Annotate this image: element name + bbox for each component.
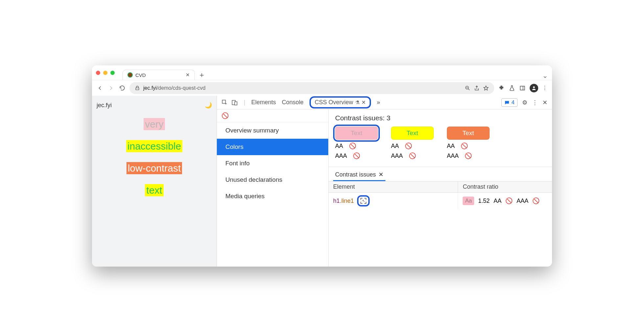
fail-icon: 🚫 [532, 197, 540, 204]
browser-window: CVD ✕ ＋ jec.fyi/demo/cds-quest-cvd [92, 65, 552, 267]
minimize-window-button[interactable] [103, 71, 107, 75]
contrast-swatch-3[interactable]: Text AA🚫 AAA🚫 [447, 127, 490, 159]
extensions-icon[interactable] [498, 85, 505, 91]
contrast-issues-heading: Contrast issues: 3 [335, 114, 545, 122]
demo-word-4: text [145, 184, 163, 196]
tab-title: CVD [135, 72, 146, 78]
back-button[interactable] [97, 85, 103, 91]
tab-strip: CVD ✕ ＋ [92, 65, 552, 80]
browser-menu-button[interactable]: ⋮ [542, 85, 547, 91]
swatch-text-3[interactable]: Text [447, 127, 490, 140]
profile-avatar[interactable] [530, 84, 538, 92]
demo-word-3: low-contrast [126, 162, 182, 174]
css-overview-content: Contrast issues: 3 Text AA🚫 AAA🚫 Text AA… [329, 109, 552, 267]
tab-console[interactable]: Console [282, 99, 304, 106]
lock-icon [135, 85, 140, 91]
address-bar[interactable]: jec.fyi/demo/cds-quest-cvd [129, 82, 494, 94]
sidebar-item-overview[interactable]: Overview summary [217, 122, 328, 139]
page-brand: jec.fyi [97, 102, 112, 109]
col-contrast-ratio: Contrast ratio [458, 181, 552, 192]
aa-label: AA [335, 143, 343, 150]
browser-tab-active[interactable]: CVD ✕ [123, 70, 195, 80]
zoom-icon[interactable] [465, 85, 471, 91]
dark-mode-toggle[interactable]: 🌙 [205, 102, 212, 109]
issues-table-header: Element Contrast ratio [329, 181, 552, 193]
share-icon[interactable] [474, 85, 480, 91]
close-tab-icon[interactable]: ✕ [361, 99, 366, 106]
scroll-into-view-button[interactable]: ↖ [357, 195, 370, 206]
new-tab-button[interactable]: ＋ [198, 70, 205, 80]
contrast-issues-tab[interactable]: Contrast issues ✕ [333, 170, 385, 181]
browser-toolbar: jec.fyi/demo/cds-quest-cvd ⋮ [92, 80, 552, 96]
more-tabs-button[interactable]: » [377, 99, 380, 106]
contrast-issues-panel: Contrast issues ✕ Element Contrast ratio… [329, 167, 552, 209]
tab-close-button[interactable]: ✕ [186, 72, 190, 78]
svg-rect-6 [235, 102, 237, 105]
forward-button[interactable] [108, 85, 114, 91]
tab-overflow-button[interactable] [542, 74, 548, 80]
inspect-element-icon[interactable] [221, 99, 228, 106]
sidebar-item-colors[interactable]: Colors [217, 139, 328, 155]
content-area: jec.fyi 🌙 very inaccessible low-contrast… [92, 96, 552, 267]
issues-badge[interactable]: 4 [501, 98, 518, 107]
sidebar-item-font[interactable]: Font info [217, 155, 328, 172]
swatch-text-2[interactable]: Text [391, 127, 434, 140]
svg-rect-1 [520, 86, 524, 90]
sidebar-item-unused[interactable]: Unused declarations [217, 172, 328, 188]
demo-words: very inaccessible low-contrast text [97, 118, 212, 196]
tab-favicon-icon [127, 72, 133, 78]
labs-icon[interactable] [509, 85, 515, 91]
swatch-text-1[interactable]: Text [335, 127, 378, 140]
url-display: jec.fyi/demo/cds-quest-cvd [143, 85, 205, 91]
device-toggle-icon[interactable] [231, 99, 238, 106]
devtools-tabbar: | Elements Console CSS Overview ⚗ ✕ » 4 … [217, 96, 552, 109]
reload-button[interactable] [119, 85, 126, 91]
nav-buttons [97, 85, 126, 91]
clear-overview-button[interactable]: 🚫 [217, 109, 328, 122]
fail-icon: 🚫 [505, 197, 513, 204]
close-panel-icon[interactable]: ✕ [379, 171, 383, 178]
window-controls [96, 71, 115, 75]
page-viewport: jec.fyi 🌙 very inaccessible low-contrast… [92, 96, 217, 267]
settings-gear-icon[interactable]: ⚙ [522, 99, 527, 106]
demo-word-1: very [144, 118, 165, 130]
fail-icon: 🚫 [353, 152, 360, 159]
experimental-icon: ⚗ [355, 100, 359, 106]
close-window-button[interactable] [96, 71, 100, 75]
aaa-label: AAA [335, 153, 347, 159]
browser-tabs: CVD ✕ ＋ [123, 65, 548, 80]
maximize-window-button[interactable] [110, 71, 115, 75]
contrast-swatches: Text AA🚫 AAA🚫 Text AA🚫 AAA🚫 Text [335, 127, 545, 159]
bookmark-star-icon[interactable] [483, 85, 489, 91]
element-selector: h1.line1 [333, 197, 354, 204]
devtools-menu-button[interactable]: ⋮ [532, 99, 538, 106]
contrast-ratio-value: 1.52 [478, 198, 490, 204]
sidepanel-icon[interactable] [519, 85, 526, 91]
table-row[interactable]: h1.line1 ↖ Aa 1.52 AA🚫 AAA🚫 [329, 193, 552, 209]
fail-icon: 🚫 [349, 142, 356, 150]
css-overview-sidebar: 🚫 Overview summary Colors Font info Unus… [217, 109, 329, 267]
devtools-body: 🚫 Overview summary Colors Font info Unus… [217, 109, 552, 267]
sidebar-item-media[interactable]: Media queries [217, 188, 328, 204]
contrast-swatch-1[interactable]: Text AA🚫 AAA🚫 [335, 127, 378, 159]
col-element: Element [329, 181, 458, 192]
contrast-swatch-2[interactable]: Text AA🚫 AAA🚫 [391, 127, 434, 159]
svg-point-3 [533, 86, 535, 88]
devtools-panel: | Elements Console CSS Overview ⚗ ✕ » 4 … [217, 96, 552, 267]
devtools-close-button[interactable]: ✕ [542, 99, 547, 106]
tab-elements[interactable]: Elements [251, 99, 276, 106]
demo-word-2: inaccessible [126, 140, 182, 152]
tab-css-overview[interactable]: CSS Overview ⚗ ✕ [310, 96, 371, 108]
contrast-sample-chip: Aa [463, 197, 474, 205]
